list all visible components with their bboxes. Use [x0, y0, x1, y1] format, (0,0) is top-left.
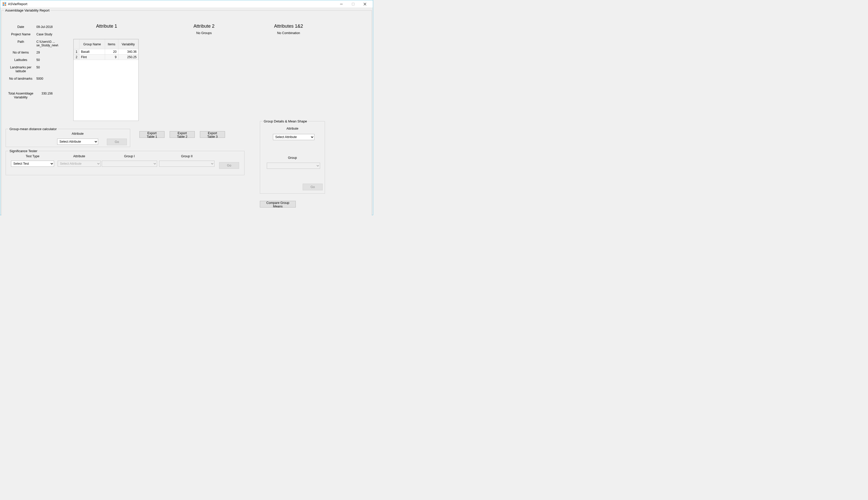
rownum: 1 — [74, 49, 79, 55]
window-title: ASVarReport — [8, 2, 27, 6]
attribute2-nogroups: No Groups — [166, 31, 243, 35]
sig-go-button[interactable]: Go — [219, 162, 239, 169]
meta-value-project: Case Study — [35, 33, 73, 36]
svg-rect-4 — [4, 4, 6, 5]
svg-rect-2 — [4, 2, 6, 4]
meta-value-path: C:\Users\G ... se_Stutdy_new\ — [35, 40, 73, 47]
group-details-legend: Group Details & Mean Shape — [263, 120, 308, 123]
group-details-panel: Group Details & Mean Shape Attribute Sel… — [260, 120, 325, 194]
rownum-header — [74, 39, 79, 49]
cell-name[interactable]: Basalt — [79, 49, 105, 55]
meta-label-items: No of items — [7, 51, 35, 55]
group-mean-legend: Group-mean distance calculator — [9, 127, 58, 131]
cell-items[interactable]: 9 — [105, 55, 118, 60]
sig-attr-select[interactable]: Select Attribute — [58, 161, 101, 167]
gm-attribute-select[interactable]: Select Attribute — [57, 139, 98, 145]
cell-items[interactable]: 20 — [105, 49, 118, 55]
close-button[interactable] — [359, 0, 371, 8]
export-table1-button[interactable]: Export Table 1 — [139, 131, 165, 138]
cell-name[interactable]: Flint — [79, 55, 105, 60]
sig-test-select[interactable]: Select Test — [11, 161, 54, 167]
sig-group2-label: Group II — [159, 155, 214, 158]
significance-panel: Significance Tester Test Type Select Tes… — [5, 149, 245, 175]
meta-value-lmk: 5000 — [35, 77, 73, 80]
compare-group-means-button[interactable]: Compare Group Means — [260, 201, 296, 207]
window-controls — [336, 0, 371, 8]
col-items[interactable]: Items — [105, 39, 118, 49]
table-row[interactable]: 1 Basalt 20 340.36 — [74, 49, 138, 55]
app-window: ASVarReport Assemblage Variability Repor… — [0, 0, 373, 215]
meta-value-tav: 330.156 — [35, 92, 73, 99]
gm-attribute-label: Attribute — [57, 132, 98, 136]
minimize-button[interactable] — [336, 0, 347, 8]
meta-value-date: 09-Jul-2018 — [35, 25, 73, 29]
attribute1-header: Attribute 1 — [68, 24, 145, 29]
attribute2-header: Attribute 2 — [166, 24, 243, 29]
sig-group1-select[interactable] — [102, 161, 157, 167]
export-table2-button[interactable]: Export Table 2 — [170, 131, 195, 138]
gm-go-button[interactable]: Go — [107, 139, 127, 145]
sig-test-label: Test Type — [11, 155, 54, 158]
svg-rect-6 — [352, 3, 354, 5]
main-panel: Assemblage Variability Report Date 09-Ju… — [1, 9, 372, 215]
svg-rect-1 — [3, 2, 4, 4]
col-variability[interactable]: Variability — [118, 39, 138, 49]
svg-rect-3 — [3, 4, 4, 5]
main-panel-legend: Assemblage Variability Report — [4, 9, 50, 12]
cell-var[interactable]: 340.36 — [118, 49, 138, 55]
attribute1-table[interactable]: Group Name Items Variability 1 Basalt 20… — [73, 39, 139, 121]
gd-group-select[interactable] — [267, 163, 320, 169]
export-buttons: Export Table 1 Export Table 2 Export Tab… — [139, 131, 225, 138]
sig-group2-select[interactable] — [159, 161, 214, 167]
gd-attribute-label: Attribute — [260, 127, 325, 130]
attribute12-header: Attributes 1&2 — [250, 24, 327, 29]
group-mean-panel: Group-mean distance calculator Attribute… — [5, 127, 130, 147]
col-group-name[interactable]: Group Name — [79, 39, 105, 49]
app-icon — [2, 2, 7, 6]
export-table3-button[interactable]: Export Table 3 — [200, 131, 225, 138]
meta-value-lat: 50 — [35, 58, 73, 62]
gd-attribute-select[interactable]: Select Attribute — [273, 134, 314, 140]
attribute12-nocombo: No Combination — [250, 31, 327, 35]
sig-attr-label: Attribute — [58, 155, 101, 158]
content-area: Assemblage Variability Report Date 09-Ju… — [0, 8, 373, 215]
total-variability: Total Assemblage Variability 330.156 — [7, 92, 73, 99]
meta-label-date: Date — [7, 25, 35, 29]
table-row[interactable]: 2 Flint 9 250.25 — [74, 55, 138, 60]
meta-label-lmk: No of landmarks — [7, 77, 35, 81]
sig-group1-label: Group I — [102, 155, 157, 158]
gd-group-label: Group — [260, 156, 325, 160]
maximize-button[interactable] — [347, 0, 359, 8]
rownum: 2 — [74, 55, 79, 60]
meta-value-lpl: 50 — [35, 66, 73, 69]
cell-var[interactable]: 250.25 — [118, 55, 138, 60]
significance-legend: Significance Tester — [9, 149, 38, 153]
titlebar: ASVarReport — [0, 0, 373, 8]
meta-label-path: Path — [7, 40, 35, 44]
meta-label-project: Project Name — [7, 33, 35, 36]
meta-value-items: 29 — [35, 51, 73, 54]
metadata-block: Date 09-Jul-2018 Project Name Case Study… — [7, 25, 73, 84]
meta-label-lat: Latitudes — [7, 58, 35, 62]
meta-label-tav: Total Assemblage Variability — [7, 92, 35, 99]
gd-go-button[interactable]: Go — [303, 184, 323, 190]
meta-label-lpl: Landmarks per latitude — [7, 66, 35, 73]
